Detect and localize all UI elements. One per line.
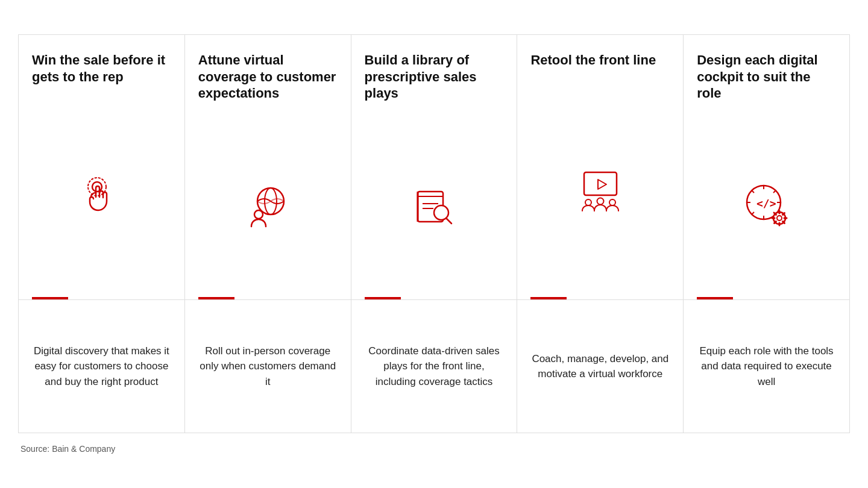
svg-line-30 — [782, 221, 784, 223]
card-attune-virtual: Attune virtual coverage to customer expe… — [185, 35, 351, 433]
card-title-2: Attune virtual coverage to customer expe… — [198, 52, 338, 102]
video-team-icon — [530, 93, 670, 286]
card-retool-frontline: Retool the front line — [517, 35, 684, 433]
card-title-1: Win the sale before it gets to the rep — [32, 52, 171, 85]
svg-point-12 — [609, 199, 615, 205]
svg-line-21 — [752, 212, 754, 214]
source-label: Source: Bain & Company — [18, 444, 115, 454]
card-design-cockpit: Design each digital cockpit to suit the … — [684, 35, 849, 433]
card-top-2: Attune virtual coverage to customer expe… — [185, 35, 351, 300]
svg-marker-9 — [598, 180, 606, 189]
svg-line-18 — [752, 190, 754, 193]
card-title-5: Design each digital cockpit to suit the … — [697, 52, 836, 102]
svg-line-7 — [446, 218, 451, 224]
card-build-library: Build a library of prescriptive sales pl… — [351, 35, 518, 433]
card-top-5: Design each digital cockpit to suit the … — [684, 35, 849, 300]
card-description-4: Coach, manage, develop, and motivate a v… — [517, 300, 683, 433]
card-title-3: Build a library of prescriptive sales pl… — [365, 52, 504, 102]
svg-point-11 — [597, 198, 603, 205]
red-divider-5 — [697, 297, 733, 299]
card-title-4: Retool the front line — [530, 52, 656, 69]
red-divider-2 — [198, 297, 234, 299]
svg-line-32 — [774, 221, 776, 223]
svg-point-10 — [585, 199, 591, 205]
card-description-1: Digital discovery that makes it easy for… — [19, 300, 184, 433]
card-win-the-sale: Win the sale before it gets to the rep — [19, 35, 185, 433]
cards-row: Win the sale before it gets to the rep — [18, 34, 850, 433]
card-description-5: Equip each role with the tools and data … — [684, 300, 849, 433]
svg-line-20 — [773, 190, 776, 193]
svg-text:</>: </> — [756, 197, 776, 210]
main-container: Win the sale before it gets to the rep — [18, 34, 850, 454]
card-top-3: Build a library of prescriptive sales pl… — [351, 35, 517, 300]
card-description-2: Roll out in-person coverage only when cu… — [185, 300, 351, 433]
svg-point-4 — [254, 210, 263, 219]
card-top-1: Win the sale before it gets to the rep — [19, 35, 184, 300]
red-divider-3 — [365, 297, 401, 299]
book-search-icon — [365, 126, 504, 286]
hand-touch-icon — [32, 109, 171, 285]
red-divider-1 — [32, 297, 68, 299]
svg-line-31 — [782, 213, 784, 214]
card-description-3: Coordinate data-driven sales plays for t… — [351, 300, 517, 433]
svg-rect-8 — [584, 172, 617, 195]
red-divider-4 — [530, 297, 567, 299]
globe-person-icon — [198, 126, 338, 286]
svg-line-29 — [774, 213, 776, 214]
code-gear-icon: </> — [697, 126, 836, 286]
card-top-4: Retool the front line — [517, 35, 683, 300]
